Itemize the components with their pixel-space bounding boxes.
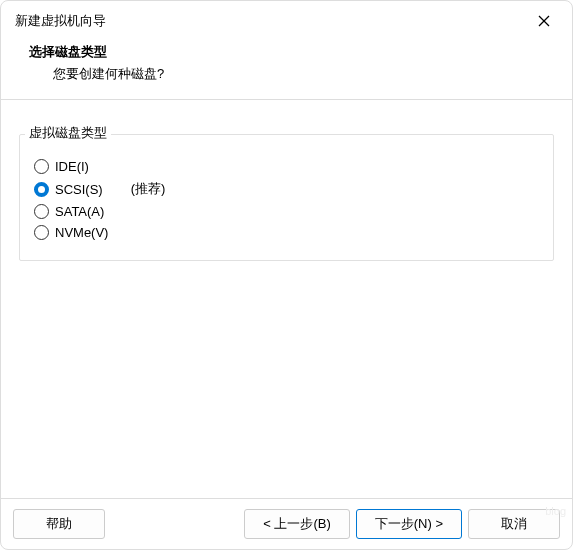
wizard-header: 选择磁盘类型 您要创建何种磁盘? bbox=[1, 39, 572, 99]
radio-ide[interactable] bbox=[34, 159, 49, 174]
option-ide[interactable]: IDE(I) bbox=[34, 159, 539, 174]
fieldset-label: 虚拟磁盘类型 bbox=[25, 124, 111, 142]
close-icon bbox=[538, 15, 550, 27]
option-nvme-label: NVMe(V) bbox=[55, 225, 108, 240]
next-button[interactable]: 下一步(N) > bbox=[356, 509, 462, 539]
window-title: 新建虚拟机向导 bbox=[15, 12, 106, 30]
page-subtitle: 您要创建何种磁盘? bbox=[29, 65, 544, 83]
disk-type-group: IDE(I) SCSI(S) (推荐) SATA(A) NVMe(V) bbox=[19, 134, 554, 261]
close-button[interactable] bbox=[530, 11, 558, 31]
option-scsi-note: (推荐) bbox=[131, 180, 166, 198]
radio-sata[interactable] bbox=[34, 204, 49, 219]
help-button[interactable]: 帮助 bbox=[13, 509, 105, 539]
cancel-button[interactable]: 取消 bbox=[468, 509, 560, 539]
content-area: 虚拟磁盘类型 IDE(I) SCSI(S) (推荐) SATA(A) NVMe(… bbox=[1, 100, 572, 498]
back-button[interactable]: < 上一步(B) bbox=[244, 509, 350, 539]
radio-nvme[interactable] bbox=[34, 225, 49, 240]
option-sata-label: SATA(A) bbox=[55, 204, 104, 219]
option-sata[interactable]: SATA(A) bbox=[34, 204, 539, 219]
footer: 帮助 < 上一步(B) 下一步(N) > 取消 bbox=[1, 498, 572, 549]
option-ide-label: IDE(I) bbox=[55, 159, 89, 174]
radio-scsi[interactable] bbox=[34, 182, 49, 197]
option-scsi[interactable]: SCSI(S) (推荐) bbox=[34, 180, 539, 198]
option-nvme[interactable]: NVMe(V) bbox=[34, 225, 539, 240]
title-bar: 新建虚拟机向导 bbox=[1, 1, 572, 39]
option-scsi-label: SCSI(S) bbox=[55, 182, 103, 197]
page-title: 选择磁盘类型 bbox=[29, 43, 544, 61]
